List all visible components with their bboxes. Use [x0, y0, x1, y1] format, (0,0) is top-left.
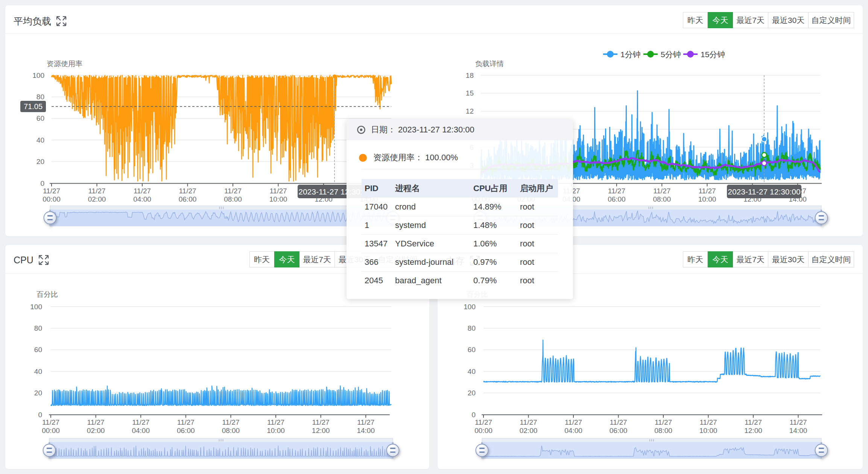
- svg-text:11/27: 11/27: [42, 418, 59, 426]
- svg-text:12:00: 12:00: [744, 427, 762, 434]
- svg-text:11/27: 11/27: [357, 418, 374, 426]
- svg-text:10:00: 10:00: [267, 427, 285, 434]
- svg-text:40: 40: [468, 368, 476, 375]
- svg-text:10:00: 10:00: [699, 427, 718, 434]
- svg-text:08:00: 08:00: [222, 427, 240, 434]
- svg-text:40: 40: [34, 368, 42, 375]
- svg-text:11/27: 11/27: [269, 187, 287, 195]
- svg-text:5分钟: 5分钟: [661, 50, 681, 59]
- svg-text:2023-11-27 12:30:00: 2023-11-27 12:30:00: [728, 187, 800, 196]
- svg-text:11/27: 11/27: [43, 187, 60, 195]
- svg-text:80: 80: [36, 93, 44, 101]
- svg-text:10:00: 10:00: [269, 195, 287, 203]
- svg-text:11/27: 11/27: [653, 187, 670, 195]
- svg-text:11/27: 11/27: [745, 418, 762, 426]
- svg-text:10:00: 10:00: [698, 195, 716, 203]
- svg-text:18: 18: [466, 71, 474, 79]
- svg-text:11/27: 11/27: [88, 187, 105, 195]
- svg-text:11/27: 11/27: [655, 418, 672, 426]
- svg-text:00:00: 00:00: [474, 427, 493, 434]
- svg-text:11/27: 11/27: [312, 418, 330, 426]
- svg-text:00:00: 00:00: [43, 195, 61, 203]
- svg-text:06:00: 06:00: [177, 427, 195, 434]
- svg-text:60: 60: [34, 346, 42, 354]
- svg-text:08:00: 08:00: [653, 195, 671, 203]
- svg-text:11/27: 11/27: [224, 187, 242, 195]
- svg-text:20: 20: [34, 389, 42, 397]
- svg-text:14:00: 14:00: [357, 427, 375, 434]
- svg-text:15: 15: [466, 89, 474, 97]
- svg-text:百分比: 百分比: [36, 290, 58, 298]
- svg-text:0: 0: [38, 411, 42, 419]
- svg-text:40: 40: [36, 136, 44, 144]
- svg-text:02:00: 02:00: [88, 195, 106, 203]
- svg-text:20: 20: [468, 389, 476, 397]
- svg-text:11/27: 11/27: [789, 418, 807, 426]
- svg-text:06:00: 06:00: [610, 427, 628, 434]
- svg-text:11/27: 11/27: [699, 418, 717, 426]
- svg-text:80: 80: [34, 324, 42, 332]
- svg-text:12: 12: [466, 107, 474, 115]
- svg-text:71.05: 71.05: [24, 102, 43, 111]
- svg-text:11/27: 11/27: [222, 418, 239, 426]
- svg-text:0: 0: [40, 179, 44, 187]
- svg-text:0: 0: [471, 411, 476, 419]
- svg-text:11/27: 11/27: [520, 418, 537, 426]
- svg-text:08:00: 08:00: [224, 195, 242, 203]
- svg-text:11/27: 11/27: [475, 418, 492, 426]
- svg-text:100: 100: [32, 71, 44, 79]
- svg-text:资源使用率: 资源使用率: [47, 60, 82, 68]
- svg-text:12:00: 12:00: [312, 427, 330, 434]
- svg-text:负载详情: 负载详情: [475, 60, 504, 68]
- svg-text:11/27: 11/27: [179, 187, 196, 195]
- svg-text:15分钟: 15分钟: [701, 50, 725, 59]
- svg-text:100: 100: [464, 303, 476, 311]
- svg-text:11/27: 11/27: [267, 418, 284, 426]
- svg-text:60: 60: [468, 346, 476, 354]
- svg-text:00:00: 00:00: [42, 427, 60, 434]
- svg-text:20: 20: [36, 158, 44, 166]
- svg-text:06:00: 06:00: [179, 195, 197, 203]
- svg-text:04:00: 04:00: [564, 427, 582, 434]
- svg-text:14:00: 14:00: [789, 427, 807, 434]
- svg-text:02:00: 02:00: [87, 427, 105, 434]
- svg-text:02:00: 02:00: [520, 427, 538, 434]
- svg-text:11/27: 11/27: [698, 187, 716, 195]
- svg-text:11/27: 11/27: [177, 418, 195, 426]
- svg-text:11/27: 11/27: [610, 418, 627, 426]
- svg-text:60: 60: [36, 114, 44, 122]
- svg-text:11/27: 11/27: [87, 418, 105, 426]
- svg-text:04:00: 04:00: [133, 195, 151, 203]
- svg-text:04:00: 04:00: [132, 427, 150, 434]
- svg-text:1分钟: 1分钟: [620, 50, 641, 59]
- svg-text:06:00: 06:00: [608, 195, 626, 203]
- svg-text:11/27: 11/27: [608, 187, 625, 195]
- svg-text:08:00: 08:00: [654, 427, 672, 434]
- svg-text:100: 100: [30, 303, 42, 311]
- svg-text:11/27: 11/27: [132, 418, 149, 426]
- svg-text:11/27: 11/27: [134, 187, 151, 195]
- svg-text:80: 80: [468, 324, 476, 332]
- svg-text:11/27: 11/27: [565, 418, 582, 426]
